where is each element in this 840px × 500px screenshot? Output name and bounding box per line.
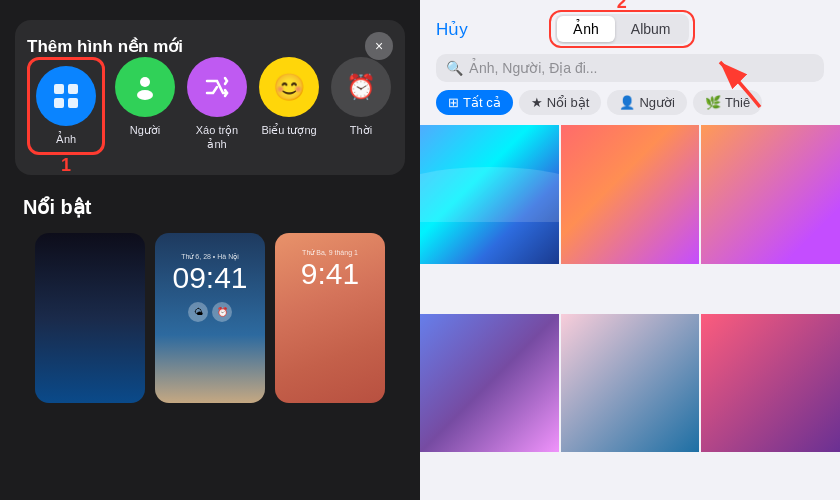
person-filter-icon: 👤 xyxy=(619,95,635,110)
options-row: Ảnh 1 Người xyxy=(27,57,393,155)
option-label-xao-tron: Xáo trộnảnh xyxy=(196,123,238,152)
option-label-thoi: Thời xyxy=(350,123,372,137)
filter-label-tat-ca: Tất cả xyxy=(463,95,501,110)
huy-button[interactable]: Hủy xyxy=(436,19,468,40)
filter-label-noi-bat: Nổi bật xyxy=(547,95,590,110)
filter-row: ⊞ Tất cả ★ Nổi bật 👤 Người 🌿 Thiê xyxy=(436,90,824,125)
option-icon-thoi: ⏰ xyxy=(331,57,391,117)
tab-anh[interactable]: Ảnh xyxy=(557,16,615,42)
shuffle-icon xyxy=(203,73,231,101)
option-icon-nguoi xyxy=(115,57,175,117)
wallpaper-card-3[interactable]: Thứ Ba, 9 tháng 1 9:41 xyxy=(275,233,385,403)
person-icon xyxy=(131,73,159,101)
right-top-row: Hủy 2 Ảnh Album xyxy=(436,14,824,44)
photo-cell-3[interactable] xyxy=(701,125,840,264)
bottom-content: Nổi bật Thứ 6, 28 • Hà Nội 09:41 🌤 ⏰ Thứ… xyxy=(15,195,405,403)
photo-cell-2[interactable] xyxy=(561,125,700,264)
photo-cell-6[interactable] xyxy=(701,314,840,453)
star-icon: ★ xyxy=(531,95,543,110)
option-nguoi[interactable]: Người xyxy=(113,57,177,137)
option-xao-tron[interactable]: Xáo trộnảnh xyxy=(185,57,249,152)
noi-bat-title: Nổi bật xyxy=(23,195,397,219)
right-panel: Hủy 2 Ảnh Album 🔍 Ảnh, Người, Địa đi... … xyxy=(420,0,840,500)
photo-cell-5[interactable] xyxy=(561,314,700,453)
option-label-anh: Ảnh xyxy=(56,132,76,146)
filter-noi-bat[interactable]: ★ Nổi bật xyxy=(519,90,602,115)
leaf-icon: 🌿 xyxy=(705,95,721,110)
wallpaper-card-1[interactable] xyxy=(35,233,145,403)
option-icon-xao-tron xyxy=(187,57,247,117)
option-label-bieu-tuong: Biểu tượng xyxy=(261,123,316,137)
grid-icon: ⊞ xyxy=(448,95,459,110)
filter-nguoi[interactable]: 👤 Người xyxy=(607,90,687,115)
modal-close-button[interactable]: × xyxy=(365,32,393,60)
left-panel: Thêm hình nền mới × Ảnh 1 xyxy=(0,0,420,500)
svg-rect-1 xyxy=(68,84,78,94)
filter-label-thie: Thiê xyxy=(725,95,750,110)
filter-thie[interactable]: 🌿 Thiê xyxy=(693,90,762,115)
option-thoi[interactable]: ⏰ Thời xyxy=(329,57,393,137)
right-header: Hủy 2 Ảnh Album 🔍 Ảnh, Người, Địa đi... … xyxy=(420,0,840,125)
tab-group: Ảnh Album xyxy=(555,14,688,44)
gallery-icon xyxy=(51,81,81,111)
option-label-nguoi: Người xyxy=(130,123,161,137)
wallpaper-card-2[interactable]: Thứ 6, 28 • Hà Nội 09:41 🌤 ⏰ xyxy=(155,233,265,403)
number-badge-1: 1 xyxy=(61,155,71,176)
search-icon: 🔍 xyxy=(446,60,463,76)
option-icon-bieu-tuong: 😊 xyxy=(259,57,319,117)
modal-container: Thêm hình nền mới × Ảnh 1 xyxy=(15,20,405,175)
svg-rect-3 xyxy=(68,98,78,108)
filter-tat-ca[interactable]: ⊞ Tất cả xyxy=(436,90,513,115)
search-bar[interactable]: 🔍 Ảnh, Người, Địa đi... xyxy=(436,54,824,82)
option-icon-anh xyxy=(36,66,96,126)
tab-album[interactable]: Album xyxy=(615,16,687,42)
svg-point-5 xyxy=(137,90,153,100)
svg-point-4 xyxy=(140,77,150,87)
option-bieu-tuong[interactable]: 😊 Biểu tượng xyxy=(257,57,321,137)
photo-cell-4[interactable] xyxy=(420,314,559,453)
svg-rect-2 xyxy=(54,98,64,108)
option-anh[interactable]: Ảnh 1 xyxy=(27,57,105,155)
photo-grid xyxy=(420,125,840,500)
photo-cell-1[interactable] xyxy=(420,125,559,264)
svg-rect-0 xyxy=(54,84,64,94)
modal-title: Thêm hình nền mới xyxy=(27,37,183,56)
search-placeholder: Ảnh, Người, Địa đi... xyxy=(469,60,598,76)
wallpaper-previews: Thứ 6, 28 • Hà Nội 09:41 🌤 ⏰ Thứ Ba, 9 t… xyxy=(23,233,397,403)
filter-label-nguoi: Người xyxy=(639,95,675,110)
tab-group-wrapper: Ảnh Album xyxy=(555,14,688,44)
